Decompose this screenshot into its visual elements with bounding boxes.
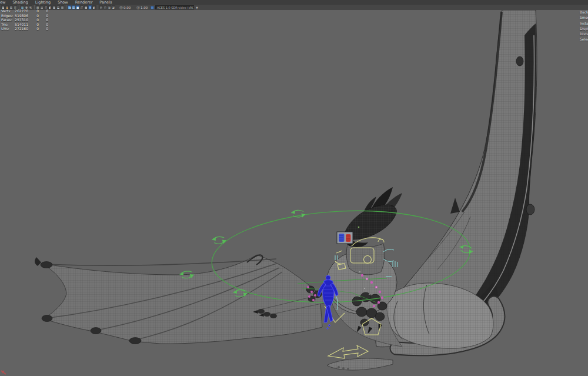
screen-space-ao-icon[interactable]: ◌ (103, 5, 107, 9)
hud-tris-comp: 0 (39, 22, 48, 27)
wireframe-mode-icon[interactable]: ◯ (80, 5, 83, 9)
hud-uvs-total: 272160 (12, 26, 28, 31)
hud-uvs-sel: 0 (28, 26, 39, 31)
hud-verts-comp: 0 (39, 9, 48, 14)
chevron-down-icon[interactable]: ▼ (196, 6, 198, 9)
field-chart-icon[interactable]: ▦ (52, 5, 56, 9)
safe-title-icon[interactable]: ▥ (61, 5, 64, 9)
menu-lighting[interactable]: Lighting (32, 0, 54, 5)
hud-object-details: Backfaces Smoothness Instance Display La… (580, 9, 588, 42)
hud-poly-count: Verts: 262770 0 0 Edges: 519806 0 0 Face… (1, 9, 48, 31)
hud-smoothness-label: Smoothness (580, 15, 588, 20)
exposure-value[interactable]: 0.00 (123, 6, 131, 9)
use-all-lights-icon[interactable]: ☀ (88, 5, 92, 9)
textured-mode-icon[interactable]: ▩ (84, 5, 88, 9)
hud-row-verts: Verts: 262770 0 0 (1, 9, 48, 14)
menu-shading[interactable]: Shading (9, 0, 31, 5)
heads-up-display-icon[interactable]: ◨ (68, 5, 71, 9)
hud-selected-objects-label: Selected Objects (580, 36, 588, 42)
hud-faces-comp: 0 (39, 18, 48, 22)
panel-menus: View Shading Lighting Show Renderer Pane… (0, 0, 115, 5)
dragon-neck (346, 242, 385, 275)
paint-weight-widget[interactable] (337, 232, 353, 244)
maya-viewport-panel: { "menu_bar": { "items": ["View", "Shadi… (0, 0, 588, 376)
gate-mask-icon[interactable]: ◧ (48, 5, 52, 9)
hud-tris-sel: 0 (28, 22, 39, 27)
safe-action-icon[interactable]: ⬓ (56, 5, 60, 9)
anti-aliasing-icon[interactable]: ▰ (112, 5, 115, 9)
menu-renderer[interactable]: Renderer (72, 0, 96, 5)
xray-icon[interactable]: ◻ (99, 5, 103, 9)
panel-menu-bar: View Shading Lighting Show Renderer Pane… (0, 0, 588, 5)
hud-faces-sel: 0 (28, 18, 39, 22)
hud-edges-label: Edges: (1, 14, 12, 18)
toolbar-separator (66, 5, 66, 9)
hud-edges-comp: 0 (39, 14, 48, 18)
hud-faces-total: 257310 (12, 18, 28, 22)
hud-edges-sel: 0 (28, 14, 39, 18)
hud-tris-label: Tris: (1, 22, 12, 27)
menu-view[interactable]: View (0, 0, 9, 5)
hud-faces-label: Faces: (1, 18, 12, 22)
hud-row-uvs: UVs: 272160 0 0 (1, 26, 48, 31)
hud-row-edges: Edges: 519806 0 0 (1, 14, 48, 18)
color-management-group: ACES 1.0 SDR-video (sRGB) ▼ (151, 5, 198, 10)
hud-distance-label: Distance From Camera (580, 31, 588, 36)
gamma-icon: γ (136, 6, 140, 9)
hud-verts-sel: 0 (28, 9, 39, 14)
hud-edges-total: 519806 (12, 14, 28, 18)
hud-instance-label: Instance (580, 21, 588, 26)
hud-uvs-comp: 0 (39, 26, 48, 31)
hud-tris-total: 514011 (12, 22, 28, 27)
shadows-icon[interactable]: ◐ (92, 5, 96, 9)
color-management-toggle-icon[interactable] (151, 6, 154, 9)
hud-row-faces: Faces: 257310 0 0 (1, 18, 48, 22)
motion-blur-icon[interactable]: ≋ (108, 5, 111, 9)
exposure-control[interactable]: ◎ 0.00 (119, 5, 132, 10)
gamma-control[interactable]: γ 1.00 (136, 5, 149, 10)
exposure-icon: ◎ (119, 6, 123, 9)
viewport-canvas (0, 10, 588, 376)
hud-verts-label: Verts: (1, 9, 12, 14)
hud-verts-total: 262770 (12, 9, 28, 14)
gamma-value[interactable]: 1.00 (141, 6, 148, 9)
shaded-mode-icon[interactable]: ● (76, 5, 79, 9)
hud-backfaces-label: Backfaces (580, 9, 588, 15)
hud-row-tris: Tris: 514011 0 0 (1, 22, 48, 27)
viewport-3d[interactable] (0, 10, 588, 376)
menu-show[interactable]: Show (54, 0, 72, 5)
object-details-icon[interactable]: ▤ (72, 5, 75, 9)
hud-display-layer-label: Display Layer (580, 26, 588, 31)
toolbar-separator (98, 5, 98, 9)
hud-uvs-label: UVs: (1, 26, 12, 31)
menu-panels[interactable]: Panels (96, 0, 115, 5)
view-transform-dropdown[interactable]: ACES 1.0 SDR-video (sRGB) (155, 5, 194, 9)
